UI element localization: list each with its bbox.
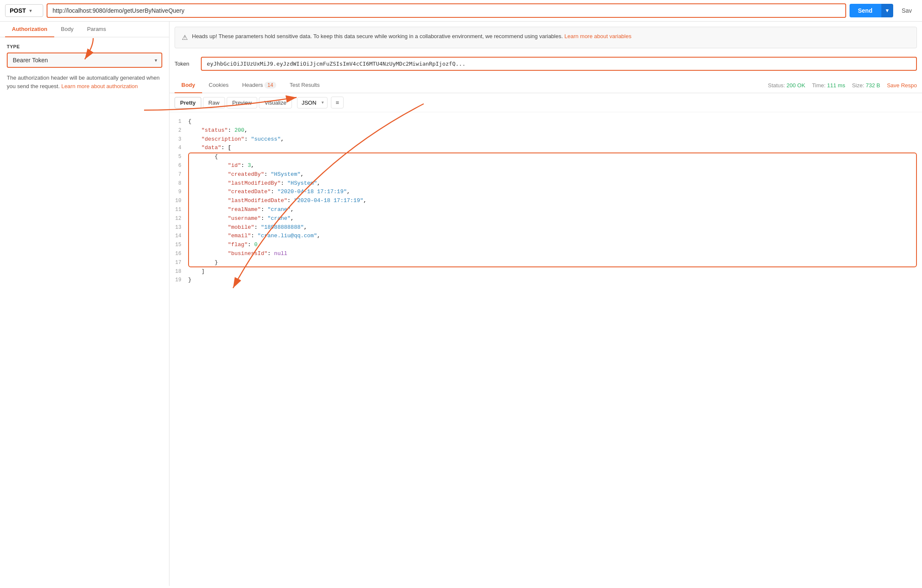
- code-line-3: 3 "description": "success",: [169, 135, 922, 144]
- auth-description: The authorization header will be automat…: [7, 74, 162, 90]
- main-content: Authorization Body Params TYPE Bearer To…: [0, 22, 922, 586]
- method-select[interactable]: POST ▼: [5, 4, 43, 17]
- code-line-6: 6 "id": 3,: [169, 161, 922, 170]
- format-visualize[interactable]: Visualize: [259, 97, 292, 108]
- size-value: 732 B: [866, 82, 880, 89]
- top-bar: POST ▼ Send ▼ Sav: [0, 0, 922, 22]
- tab-cookies[interactable]: Cookies: [202, 78, 236, 93]
- page-wrapper: POST ▼ Send ▼ Sav Authorization Body Par…: [0, 0, 922, 588]
- code-line-18: 18 ]: [169, 267, 922, 276]
- send-button[interactable]: Send: [850, 4, 881, 17]
- tab-headers[interactable]: Headers 14: [235, 78, 283, 93]
- tab-authorization[interactable]: Authorization: [5, 22, 54, 37]
- code-line-16: 16 "businessId": null: [169, 250, 922, 258]
- learn-more-link[interactable]: Learn more about authorization: [61, 83, 138, 89]
- code-line-17: 17 }: [169, 258, 922, 267]
- wrap-button[interactable]: ≡: [331, 97, 344, 108]
- auth-section: TYPE Bearer Token No Auth API Key Basic …: [0, 37, 169, 97]
- code-line-19: 19 }: [169, 276, 922, 285]
- code-line-4: 4 "data": [: [169, 144, 922, 153]
- method-value: POST: [10, 7, 26, 14]
- token-input[interactable]: [201, 57, 917, 71]
- variables-link[interactable]: Learn more about variables: [564, 33, 631, 39]
- json-format-select-wrapper: JSON XML HTML Text: [297, 97, 328, 108]
- request-tabs: Authorization Body Params: [0, 22, 169, 37]
- code-line-1: 1 {: [169, 117, 922, 126]
- wrap-icon: ≡: [336, 99, 339, 106]
- response-body: 1 { 2 "status": 200, 3 "description": "s…: [169, 112, 922, 586]
- left-panel: Authorization Body Params TYPE Bearer To…: [0, 22, 169, 586]
- code-line-7: 7 "createdBy": "HSystem",: [169, 170, 922, 179]
- code-line-12: 12 "username": "crane",: [169, 214, 922, 223]
- token-label: Token: [175, 61, 196, 67]
- warning-text: Heads up! These parameters hold sensitiv…: [192, 32, 631, 43]
- code-line-11: 11 "realName": "crane",: [169, 205, 922, 214]
- code-line-2: 2 "status": 200,: [169, 126, 922, 135]
- tab-test-results[interactable]: Test Results: [283, 78, 327, 93]
- save-button[interactable]: Sav: [897, 4, 917, 17]
- code-line-8: 8 "lastModifiedBy": "HSystem",: [169, 179, 922, 188]
- time-label: Time: 111 ms: [812, 82, 845, 89]
- format-bar: Pretty Raw Preview Visualize JSON XML HT…: [169, 93, 922, 112]
- bearer-token-select-wrapper: Bearer Token No Auth API Key Basic Auth …: [7, 53, 162, 68]
- type-label: TYPE: [7, 44, 162, 49]
- right-panel: ⚠ Heads up! These parameters hold sensit…: [169, 22, 922, 586]
- code-line-5: 5 {: [169, 153, 922, 161]
- highlighted-json-block: 5 { 6 "id": 3, 7 "createdBy": "HSystem",: [169, 153, 922, 267]
- response-tabs: Body Cookies Headers 14 Test Results Sta…: [169, 78, 922, 93]
- code-line-10: 10 "lastModifiedDate": "2020-04-18 17:17…: [169, 197, 922, 205]
- format-preview[interactable]: Preview: [227, 97, 257, 108]
- status-value: 200 OK: [786, 82, 805, 89]
- response-status: Status: 200 OK Time: 111 ms Size: 732 B …: [768, 82, 917, 89]
- headers-badge: 14: [264, 82, 276, 89]
- format-pretty[interactable]: Pretty: [175, 97, 201, 108]
- size-label: Size: 732 B: [852, 82, 880, 89]
- code-line-15: 15 "flag": 0,: [169, 241, 922, 250]
- tab-body[interactable]: Body: [54, 22, 81, 37]
- send-dropdown-button[interactable]: ▼: [881, 4, 893, 17]
- status-label: Status: 200 OK: [768, 82, 805, 89]
- code-line-14: 14 "email": "crane.liu@qq.com",: [169, 232, 922, 241]
- warning-banner: ⚠ Heads up! These parameters hold sensit…: [175, 27, 917, 48]
- save-response-button[interactable]: Save Respo: [887, 82, 917, 89]
- tab-params[interactable]: Params: [80, 22, 113, 37]
- tab-body-response[interactable]: Body: [175, 78, 202, 93]
- json-format-select[interactable]: JSON XML HTML Text: [297, 97, 327, 108]
- warning-icon: ⚠: [182, 33, 188, 43]
- code-line-13: 13 "mobile": "18988888888",: [169, 223, 922, 232]
- url-input[interactable]: [47, 3, 846, 18]
- auth-type-select[interactable]: Bearer Token No Auth API Key Basic Auth …: [7, 53, 162, 68]
- send-button-group: Send ▼: [850, 4, 893, 17]
- time-value: 111 ms: [827, 82, 845, 89]
- method-chevron-icon: ▼: [28, 8, 33, 13]
- token-row: Token: [169, 53, 922, 74]
- code-line-9: 9 "createdDate": "2020-04-18 17:17:19",: [169, 188, 922, 197]
- format-raw[interactable]: Raw: [203, 97, 225, 108]
